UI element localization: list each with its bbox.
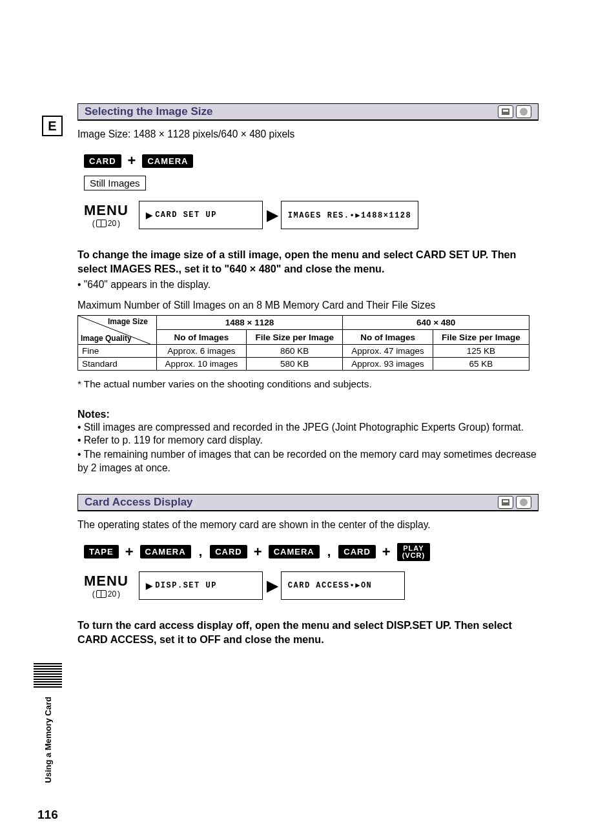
- table-row: Fine Approx. 6 images 860 KB Approx. 47 …: [78, 344, 529, 357]
- image-size-table: Image Size Image Quality 1488 × 1128 640…: [77, 315, 529, 371]
- mode-tags: CARD + CAMERA: [84, 152, 539, 169]
- disc-icon: [516, 496, 531, 509]
- camera-tag: CAMERA: [140, 545, 191, 558]
- asterisk-note: * The actual number varies on the shooti…: [77, 378, 539, 389]
- mode-tags-2: TAPE + CAMERA , CARD + CAMERA , CARD + P…: [84, 543, 539, 561]
- chevron-right-icon: ▶: [267, 577, 278, 595]
- menu-step-2: CARD ACCESS•▶ON: [281, 571, 405, 600]
- table-caption: Maximum Number of Still Images on an 8 M…: [77, 300, 539, 311]
- menu-step-1: ▶ CARD SET UP: [139, 201, 263, 229]
- section-header-card-access: Card Access Display: [77, 494, 539, 511]
- note-item: • Still images are compressed and record…: [77, 422, 539, 433]
- col-1488: 1488 × 1128: [156, 315, 343, 330]
- book-icon: [96, 220, 107, 227]
- note-item: • The remaining number of images that ca…: [77, 447, 539, 475]
- still-images-box: Still Images: [84, 176, 146, 190]
- menu-path-2: MENU ( 20) ▶ DISP.SET UP ▶ CARD ACCESS•▶…: [84, 571, 539, 600]
- plus-icon: +: [254, 544, 262, 560]
- chevron-right-icon: ▶: [267, 206, 278, 224]
- sidebar-label: Using a Memory Card: [43, 697, 53, 783]
- bullet-640: • "640" appears in the display.: [77, 279, 539, 291]
- camera-tag: CAMERA: [269, 545, 320, 558]
- comma: ,: [326, 544, 333, 559]
- plus-icon: +: [382, 544, 391, 560]
- image-size-text: Image Size: 1488 × 1128 pixels/640 × 480…: [77, 127, 539, 141]
- sub-no-images-2: No of Images: [343, 330, 433, 345]
- menu-step-1: ▶ DISP.SET UP: [139, 571, 263, 600]
- sidebar: Using a Memory Card: [34, 663, 62, 783]
- plus-icon: +: [125, 544, 134, 560]
- card-icon: [498, 496, 513, 509]
- menu-step-2: IMAGES RES.•▶1488×1128: [281, 201, 418, 229]
- instruction-text-2: To turn the card access display off, ope…: [77, 618, 539, 647]
- disc-icon: [516, 105, 531, 118]
- section-title: Selecting the Image Size: [85, 105, 212, 118]
- menu-label: MENU: [84, 573, 128, 589]
- table-corner-cell: Image Size Image Quality: [78, 316, 150, 344]
- instruction-text: To change the image size of a still imag…: [77, 247, 539, 276]
- menu-path-1: MENU ( 20) ▶ CARD SET UP ▶ IMAGES RES.•▶…: [84, 201, 539, 229]
- tape-tag: TAPE: [84, 545, 119, 558]
- language-badge: E: [42, 116, 63, 136]
- card-tag: CARD: [210, 545, 247, 558]
- camera-tag: CAMERA: [142, 154, 193, 168]
- notes-heading: Notes:: [77, 409, 539, 420]
- sub-no-images-1: No of Images: [156, 330, 246, 345]
- table-row: Standard Approx. 10 images 580 KB Approx…: [78, 357, 529, 370]
- section-icons: [498, 105, 531, 118]
- card-tag: CARD: [338, 545, 376, 558]
- card-tag: CARD: [84, 154, 121, 168]
- menu-page-ref: ( 20): [92, 589, 120, 599]
- section-title: Card Access Display: [85, 496, 193, 509]
- sidebar-lines-icon: [34, 663, 62, 688]
- arrow-icon: ▶: [146, 208, 155, 222]
- col-640: 640 × 480: [343, 315, 529, 330]
- page-number: 116: [37, 808, 58, 822]
- menu-page-ref: ( 20): [92, 219, 120, 228]
- book-icon: [96, 590, 107, 598]
- play-vcr-tag: PLAY (VCR): [397, 543, 431, 561]
- note-item: • Refer to p. 119 for memory card displa…: [77, 435, 539, 446]
- arrow-icon: ▶: [146, 579, 155, 593]
- plus-icon: +: [128, 152, 136, 169]
- menu-label: MENU: [84, 202, 128, 219]
- comma: ,: [198, 544, 204, 559]
- sub-file-size-1: File Size per Image: [247, 330, 343, 345]
- section-icons: [498, 496, 531, 509]
- sub-file-size-2: File Size per Image: [433, 330, 529, 345]
- section-header-image-size: Selecting the Image Size: [77, 103, 539, 121]
- card-access-intro: The operating states of the memory card …: [77, 518, 539, 531]
- card-icon: [498, 105, 513, 118]
